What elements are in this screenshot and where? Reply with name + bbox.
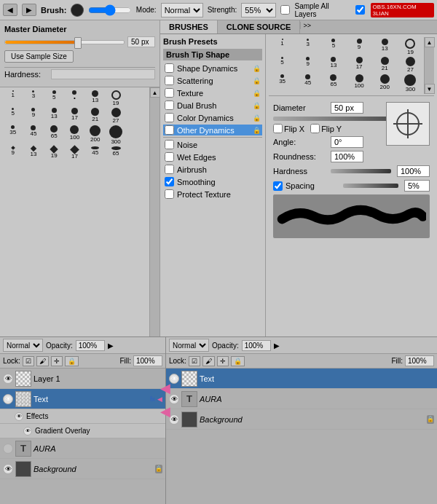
bp-cell[interactable]: 9 xyxy=(296,57,320,73)
option-color-dynamics[interactable]: Color Dynamics🔒 xyxy=(163,112,262,123)
brush-grid-scrollbar[interactable]: ▲ ▼ xyxy=(149,87,160,357)
option-other-dynamics[interactable]: Other Dynamics🔒 xyxy=(163,125,262,135)
bp-cell[interactable]: 65 xyxy=(321,74,345,92)
flip-y-checkbox[interactable] xyxy=(310,124,320,133)
tab-clone-source[interactable]: CLONE SOURCE xyxy=(218,20,301,34)
scroll-up-btn2[interactable]: ▲ xyxy=(425,37,435,47)
brush-cell[interactable]: 35 xyxy=(3,125,23,145)
bp-cell[interactable]: 21 xyxy=(373,57,397,73)
brush-cell[interactable]: 17 xyxy=(65,108,84,124)
option-smoothing[interactable]: Smoothing xyxy=(163,176,262,187)
brush-cell[interactable]: 100 xyxy=(65,125,84,145)
bp-cell[interactable]: 27 xyxy=(398,57,422,73)
brush-cell[interactable]: 13 xyxy=(23,146,43,160)
sample-all-checkbox[interactable] xyxy=(280,5,290,15)
eye-text-r[interactable]: 👁 xyxy=(169,374,179,384)
layer-row-layer1[interactable]: 👁 Layer 1 xyxy=(0,369,165,389)
bp-cell[interactable]: 200 xyxy=(373,74,397,92)
eye-text[interactable]: 👁 xyxy=(3,394,13,404)
bp-cell[interactable]: 100 xyxy=(347,74,371,92)
layer-row-background-r[interactable]: 👁 Background 🔒 xyxy=(166,409,437,430)
brush-cell[interactable]: 9 xyxy=(23,108,43,124)
opacity-input-right[interactable] xyxy=(242,340,271,351)
lock-brush-btn[interactable]: 🖌 xyxy=(36,356,49,366)
bp-cell[interactable]: 19 xyxy=(398,39,422,55)
option-shape-dynamics[interactable]: Shape Dynamics🔒 xyxy=(163,63,262,74)
option-airbrush[interactable]: Airbrush xyxy=(163,164,262,175)
bp-cell[interactable]: 45 xyxy=(296,74,320,92)
eye-background-r[interactable]: 👁 xyxy=(169,414,179,425)
opacity-input-left[interactable] xyxy=(76,340,105,351)
hardness-slider[interactable] xyxy=(51,69,155,79)
option-protect-texture[interactable]: Protect Texture xyxy=(163,189,262,200)
option-texture[interactable]: Texture🔒 xyxy=(163,87,262,98)
brush-cell[interactable]: 9 xyxy=(3,146,23,160)
bp-cell[interactable]: 5 xyxy=(270,57,294,73)
scroll-up-btn[interactable]: ▲ xyxy=(150,87,160,98)
lock-all-btn-r[interactable]: 🔒 xyxy=(231,356,245,366)
layers-expand-btn-right[interactable]: ▶ xyxy=(274,342,280,350)
lock-check-btn-r[interactable]: ☑ xyxy=(189,356,200,366)
use-sample-size-btn[interactable]: Use Sample Size xyxy=(4,50,74,63)
brush-cell[interactable]: • xyxy=(65,90,84,106)
brush-cell[interactable]: 21 xyxy=(85,108,105,124)
option-noise[interactable]: Noise xyxy=(163,139,262,150)
brush-cell[interactable]: 65 xyxy=(106,146,125,160)
angle-input[interactable] xyxy=(331,136,363,148)
toolbar-arrow-btn[interactable]: ◀ xyxy=(3,4,17,16)
bp-cell[interactable]: 9 xyxy=(347,39,371,55)
brush-cell[interactable]: 17 xyxy=(65,146,84,160)
option-scattering[interactable]: Scattering🔒 xyxy=(163,75,262,86)
diameter-slider-thumb[interactable] xyxy=(74,37,82,49)
layer-row-aura-r[interactable]: 👁 T AURA xyxy=(166,389,437,409)
lock-check-btn[interactable]: ☑ xyxy=(23,356,34,366)
roundness-input[interactable] xyxy=(331,151,363,162)
layer-row-text[interactable]: 👁 Text fx ◀ xyxy=(0,389,165,409)
diameter-slider-track[interactable] xyxy=(4,40,125,44)
eye-aura-r[interactable]: 👁 xyxy=(169,394,179,404)
scroll-down-btn2[interactable]: ▼ xyxy=(425,84,435,94)
spacing-slider[interactable] xyxy=(343,184,398,188)
flip-x-checkbox[interactable] xyxy=(273,124,283,133)
brush-cell[interactable]: 19 xyxy=(44,146,64,160)
tab-brushes[interactable]: BRUSHES xyxy=(160,20,218,34)
bp-cell[interactable]: 35 xyxy=(270,74,294,92)
brush-cell[interactable]: 13 xyxy=(44,108,64,124)
mode-select[interactable]: Normal xyxy=(161,3,203,17)
spacing-checkbox[interactable] xyxy=(273,181,283,191)
brush-tip-shape-header[interactable]: Brush Tip Shape xyxy=(163,49,262,60)
fill-input-right[interactable] xyxy=(405,355,434,366)
panel-expand-btn[interactable]: >> xyxy=(300,22,313,29)
option-dual-brush[interactable]: Dual Brush🔒 xyxy=(163,100,262,111)
brush-cell[interactable]: 45 xyxy=(23,125,43,145)
brush-cell[interactable]: 19 xyxy=(106,90,125,106)
brush-circle[interactable] xyxy=(71,4,83,17)
extra-checkbox[interactable] xyxy=(355,5,365,15)
bp-cell[interactable]: 3 xyxy=(296,39,320,55)
hardness-settings-slider[interactable] xyxy=(331,169,391,173)
brush-cell[interactable]: 300 xyxy=(106,125,125,145)
layer-row-background[interactable]: 👁 Background 🔒 xyxy=(0,459,165,479)
toolbar-arrow-btn2[interactable]: ▶ xyxy=(22,4,36,16)
brush-cell[interactable]: 3 xyxy=(23,90,43,106)
eye-effects[interactable]: 👁 xyxy=(15,412,23,421)
layers-mode-select-left[interactable]: Normal xyxy=(3,339,43,352)
layer-row-text-r[interactable]: 👁 Text xyxy=(166,369,437,389)
eye-aura[interactable] xyxy=(3,444,13,454)
brush-cell[interactable]: 45 xyxy=(85,146,105,160)
brush-cell[interactable]: 13 xyxy=(85,90,105,106)
layers-expand-btn-left[interactable]: ▶ xyxy=(108,342,114,350)
lock-pos-btn[interactable]: ✛ xyxy=(51,356,63,366)
bp-cell[interactable]: 1 xyxy=(270,39,294,55)
bp-cell[interactable]: 13 xyxy=(373,39,397,55)
lock-all-btn[interactable]: 🔒 xyxy=(65,356,79,366)
lock-brush-btn-r[interactable]: 🖌 xyxy=(202,356,215,366)
brush-size-slider[interactable] xyxy=(88,4,132,16)
fill-input-left[interactable] xyxy=(133,355,162,366)
bp-cell[interactable]: 17 xyxy=(347,57,371,73)
bp-cell[interactable]: 300 xyxy=(398,74,422,92)
bp-cell[interactable]: 5 xyxy=(321,39,345,55)
layer-row-aura[interactable]: T AURA xyxy=(0,438,165,459)
layers-mode-select-right[interactable]: Normal xyxy=(169,339,209,352)
brush-cell[interactable]: 5 xyxy=(44,90,64,106)
